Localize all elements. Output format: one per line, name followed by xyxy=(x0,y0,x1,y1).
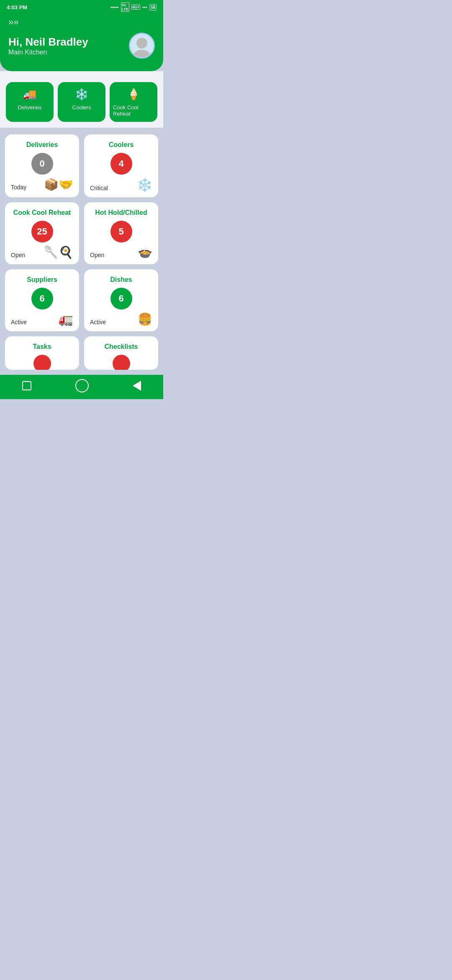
dishes-card-title: Dishes xyxy=(90,276,152,284)
coolers-label: Coolers xyxy=(72,104,91,111)
cook-cool-reheat-card[interactable]: Cook Cool Reheat 25 Open 🥄🍳 xyxy=(5,202,79,264)
coolers-card-title: Coolers xyxy=(90,141,152,149)
dishes-card[interactable]: Dishes 6 Active 🍔 xyxy=(84,269,158,331)
suppliers-status: Active xyxy=(11,319,27,325)
hot-hold-chilled-status: Open xyxy=(90,252,104,258)
hot-hold-chilled-badge: 5 xyxy=(110,221,132,242)
status-bar: 4:03 PM ▪▪▪▪▪ VoLTE 4G+ ▪▪▪ 58 xyxy=(0,0,163,13)
quick-actions: 🚚 Deliveries ❄️ Coolers 🍦 Cook Cool Rehe… xyxy=(0,74,163,128)
dishes-badge: 6 xyxy=(110,288,132,309)
suppliers-badge: 6 xyxy=(31,288,53,309)
deliveries-footer: Today 📦🤝 xyxy=(11,179,73,191)
dishes-emoji: 🍔 xyxy=(138,314,152,325)
partial-cards: Tasks Checklists xyxy=(0,336,163,375)
cook-cool-reheat-footer: Open 🥄🍳 xyxy=(11,247,73,258)
hot-hold-chilled-card-title: Hot Hold/Chilled xyxy=(90,209,152,217)
dishes-footer: Active 🍔 xyxy=(90,314,152,325)
suppliers-card[interactable]: Suppliers 6 Active 🚛 xyxy=(5,269,79,331)
svg-point-0 xyxy=(136,38,147,49)
checklists-card-title: Checklists xyxy=(90,343,152,351)
deliveries-status: Today xyxy=(11,184,26,191)
location-text: Main Kitchen xyxy=(8,49,88,56)
dishes-status: Active xyxy=(90,319,106,325)
hot-hold-chilled-footer: Open 🍲 xyxy=(90,247,152,258)
hot-hold-chilled-emoji: 🍲 xyxy=(138,247,152,258)
signal2-icon: ▪▪▪ xyxy=(142,5,147,10)
coolers-status: Critical xyxy=(90,185,108,191)
tasks-badge xyxy=(33,355,51,370)
4g-icon: 4G+ xyxy=(131,5,140,10)
deliveries-emoji: 📦🤝 xyxy=(44,179,73,191)
cook-cool-reheat-button[interactable]: 🍦 Cook Cool Reheat xyxy=(110,82,157,122)
suppliers-footer: Active 🚛 xyxy=(11,314,73,325)
status-time: 4:03 PM xyxy=(7,4,27,10)
header-row: Hi, Neil Bradley Main Kitchen xyxy=(8,33,155,59)
cook-cool-reheat-icon: 🍦 xyxy=(127,88,140,101)
header-greeting: Hi, Neil Bradley Main Kitchen xyxy=(8,36,88,56)
avatar[interactable] xyxy=(129,33,155,59)
bottom-nav xyxy=(0,375,163,399)
coolers-emoji: ❄️ xyxy=(137,179,152,191)
cook-cool-reheat-status: Open xyxy=(11,252,25,258)
cook-cool-reheat-label: Cook Cool Reheat xyxy=(113,104,154,117)
cards-grid: Deliveries 0 Today 📦🤝 Coolers 4 Critical… xyxy=(0,129,163,336)
header: »» Hi, Neil Bradley Main Kitchen xyxy=(0,13,163,71)
status-icons: ▪▪▪▪▪ VoLTE 4G+ ▪▪▪ 58 xyxy=(110,3,157,12)
deliveries-card-title: Deliveries xyxy=(11,141,73,149)
deliveries-badge: 0 xyxy=(31,153,53,175)
deliveries-label: Deliveries xyxy=(18,104,41,111)
deliveries-button[interactable]: 🚚 Deliveries xyxy=(6,82,54,122)
nav-stop-button[interactable] xyxy=(22,381,31,390)
coolers-footer: Critical ❄️ xyxy=(90,179,152,191)
checklists-card[interactable]: Checklists xyxy=(84,336,158,370)
checklists-badge xyxy=(113,355,130,370)
cook-cool-reheat-card-title: Cook Cool Reheat xyxy=(11,209,73,217)
coolers-button[interactable]: ❄️ Coolers xyxy=(58,82,105,122)
coolers-icon: ❄️ xyxy=(75,88,88,101)
cook-cool-reheat-emoji: 🥄🍳 xyxy=(44,247,73,258)
coolers-badge: 4 xyxy=(110,153,132,175)
volte-icon: VoLTE xyxy=(121,3,129,12)
battery-icon: 58 xyxy=(149,4,157,10)
tasks-card[interactable]: Tasks xyxy=(5,336,79,370)
suppliers-card-title: Suppliers xyxy=(11,276,73,284)
suppliers-emoji: 🚛 xyxy=(59,314,73,325)
cook-cool-reheat-badge: 25 xyxy=(31,221,53,242)
svg-point-1 xyxy=(133,50,151,57)
greeting-text: Hi, Neil Bradley xyxy=(8,36,88,49)
hot-hold-chilled-card[interactable]: Hot Hold/Chilled 5 Open 🍲 xyxy=(84,202,158,264)
header-arrows: »» xyxy=(8,17,155,28)
nav-back-button[interactable] xyxy=(133,381,141,391)
signal-icon: ▪▪▪▪▪ xyxy=(110,5,119,10)
deliveries-card[interactable]: Deliveries 0 Today 📦🤝 xyxy=(5,134,79,197)
nav-home-button[interactable] xyxy=(75,379,89,392)
deliveries-icon: 🚚 xyxy=(23,88,36,101)
coolers-card[interactable]: Coolers 4 Critical ❄️ xyxy=(84,134,158,197)
tasks-card-title: Tasks xyxy=(11,343,73,351)
